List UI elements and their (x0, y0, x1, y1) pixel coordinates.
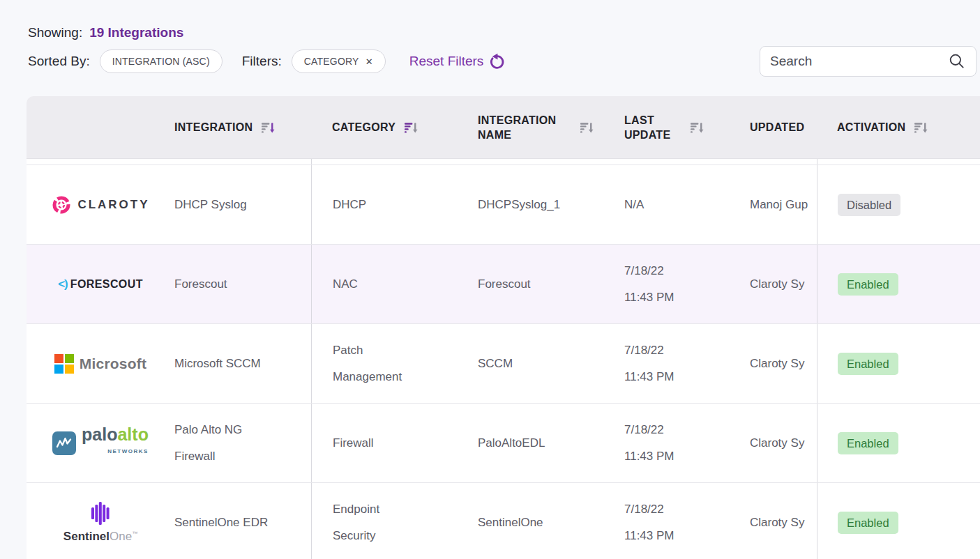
cell-last-update: N/A (624, 165, 750, 244)
cell-updated: Claroty Sy (750, 245, 817, 323)
table-row[interactable]: Microsoft Microsoft SCCM Patch Managemen… (27, 324, 980, 404)
microsoft-squares-icon (54, 354, 74, 374)
column-label: INTEGRATION (174, 120, 252, 135)
sentinelone-logo-text-bold: Sentinel (63, 529, 110, 542)
showing-count: 19 Integrations (89, 25, 183, 40)
cell-activation: Enabled (817, 245, 980, 323)
table-row[interactable]: paloalto NETWORKS Palo Alto NG Firewall … (27, 404, 980, 483)
forescout-mark-icon: <) (58, 271, 68, 298)
claroty-logo-text: CLAROTY (77, 192, 149, 218)
cell-updated: Claroty Sy (750, 324, 817, 403)
cell-last-update: 7/18/22 11:43 PM (624, 324, 750, 403)
sentinelone-logo-text-light: One (110, 529, 132, 542)
sort-icon[interactable] (580, 121, 594, 134)
paloalto-logo-subtext: NETWORKS (107, 443, 149, 460)
cell-integration: Forescout (174, 245, 311, 323)
cell-category: Patch Management (311, 324, 478, 403)
sort-icon[interactable] (914, 121, 928, 134)
cell-updated: Claroty Sy (750, 483, 817, 559)
filter-remove-icon[interactable]: ✕ (365, 56, 373, 67)
column-label: ACTIVATION (837, 120, 905, 135)
table-row-selected[interactable]: <) FORESCOUT Forescout NAC Forescout 7/1… (27, 245, 980, 324)
cell-category: NAC (311, 245, 478, 323)
cell-category: Firewall (311, 404, 478, 482)
last-update-time: 11:43 PM (624, 364, 674, 390)
filter-pill-category[interactable]: CATEGORY ✕ (292, 49, 386, 73)
cell-integration-name: SCCM (478, 324, 624, 403)
column-label: CATEGORY (332, 120, 395, 135)
cell-activation: Enabled (817, 483, 980, 559)
last-update-time: 11:43 PM (624, 443, 674, 470)
search-icon[interactable] (948, 52, 966, 70)
vendor-logo-forescout: <) FORESCOUT (27, 245, 174, 323)
activation-badge: Enabled (838, 512, 898, 534)
vendor-logo-paloalto: paloalto NETWORKS (27, 404, 174, 482)
paloalto-logo-text-primary: palo (82, 424, 117, 444)
table-header: INTEGRATION CATEGORY INTEGRATION NAME (27, 96, 980, 159)
sort-pill-label: INTEGRATION (ASC) (112, 56, 210, 67)
cell-last-update: 7/18/22 11:43 PM (624, 404, 750, 482)
column-label: INTEGRATION NAME (478, 113, 571, 142)
last-update-date: 7/18/22 (624, 337, 664, 364)
sort-pill[interactable]: INTEGRATION (ASC) (100, 49, 223, 73)
last-update-time: 11:43 PM (624, 284, 674, 311)
header-cell-last-update[interactable]: LAST UPDATE (624, 96, 750, 158)
table-row[interactable]: SentinelOne™ SentinelOne EDR Endpoint Se… (27, 483, 980, 559)
forescout-logo-text: FORESCOUT (70, 271, 143, 298)
cell-activation: Disabled (817, 165, 980, 244)
vendor-logo-claroty: CLAROTY (27, 165, 174, 244)
last-update-date: 7/18/22 (624, 496, 664, 523)
cell-updated: Manoj Gup (750, 165, 817, 244)
integrations-page: Showing: 19 Integrations Sorted By: INTE… (0, 0, 980, 559)
cell-integration-name: DHCPSyslog_1 (478, 165, 624, 244)
activation-badge: Disabled (838, 194, 900, 216)
activation-badge: Enabled (838, 273, 898, 296)
trademark-symbol: ™ (132, 530, 137, 537)
table-row-partial (27, 159, 980, 165)
vendor-logo-sentinelone: SentinelOne™ (27, 483, 174, 559)
last-update-date: 7/18/22 (624, 258, 664, 284)
cell-integration-name: SentinelOne (478, 483, 624, 559)
reset-filters-label: Reset Filters (409, 54, 484, 69)
activation-badge: Enabled (838, 432, 898, 454)
paloalto-mark-icon (52, 431, 76, 455)
search-input[interactable] (770, 54, 948, 69)
claroty-mark-icon (51, 194, 72, 215)
filter-pill-label: CATEGORY (304, 56, 359, 67)
cell-category: DHCP (311, 165, 478, 244)
microsoft-logo-text: Microsoft (80, 351, 146, 377)
cell-last-update: 7/18/22 11:43 PM (624, 245, 750, 323)
header-cell-integration-name[interactable]: INTEGRATION NAME (478, 96, 624, 158)
cell-integration: Microsoft SCCM (174, 324, 311, 403)
reset-filters-button[interactable]: Reset Filters (409, 53, 508, 70)
cell-updated: Claroty Sy (750, 404, 817, 482)
cell-integration: DHCP Syslog (174, 165, 311, 244)
search-box (760, 46, 977, 77)
cell-integration-name: PaloAltoEDL (478, 404, 624, 482)
column-label: UPDATED (750, 120, 804, 135)
cell-activation: Enabled (817, 324, 980, 403)
cell-activation: Enabled (817, 404, 980, 482)
column-label: LAST UPDATE (624, 113, 681, 142)
paloalto-logo-text-secondary: alto (117, 424, 148, 444)
filters-label: Filters: (242, 54, 282, 69)
cell-integration: Palo Alto NG Firewall (174, 404, 311, 482)
table-row[interactable]: CLAROTY DHCP Syslog DHCP DHCPSyslog_1 N/… (27, 165, 980, 245)
header-cell-activation[interactable]: ACTIVATION (817, 96, 980, 158)
header-cell-category[interactable]: CATEGORY (311, 96, 478, 158)
sentinelone-mark-icon (91, 502, 110, 525)
sort-filter-icon[interactable] (405, 121, 418, 134)
integrations-table: INTEGRATION CATEGORY INTEGRATION NAME (27, 96, 980, 559)
header-cell-integration[interactable]: INTEGRATION (174, 96, 311, 158)
sort-icon[interactable] (691, 121, 704, 134)
showing-summary: Showing: 19 Integrations (28, 25, 183, 40)
header-cell-updated[interactable]: UPDATED (750, 96, 817, 158)
cell-integration-name: Forescout (478, 245, 624, 323)
showing-label: Showing: (28, 25, 82, 40)
last-update-date: 7/18/22 (624, 417, 664, 443)
cell-integration: SentinelOne EDR (174, 483, 311, 559)
last-update-date: N/A (624, 192, 644, 218)
activation-badge: Enabled (838, 353, 898, 375)
vendor-logo-microsoft: Microsoft (27, 324, 174, 403)
sort-icon[interactable] (262, 121, 275, 134)
